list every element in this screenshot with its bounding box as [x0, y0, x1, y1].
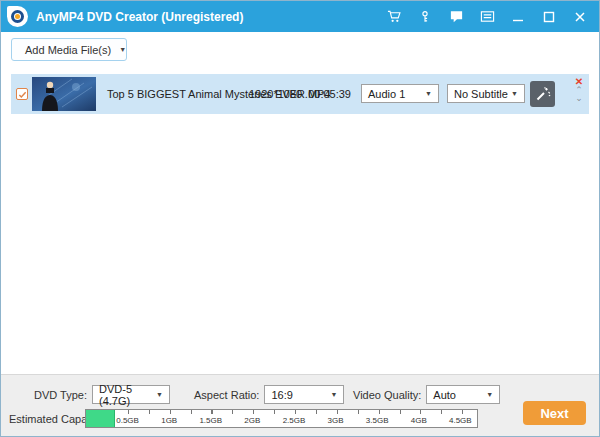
- titlebar: AnyMP4 DVD Creator (Unregistered): [1, 1, 599, 32]
- app-window: AnyMP4 DVD Creator (Unregistered): [0, 0, 600, 437]
- aspect-ratio-value: 16:9: [271, 389, 292, 401]
- capacity-bar: 0.5GB 1GB 1.5GB 2GB 2.5GB 3GB 3.5GB 4GB …: [85, 409, 478, 428]
- media-list: Top 5 BIGGEST Animal Mysteries EVER.MP4 …: [1, 67, 599, 374]
- audio-track-select[interactable]: Audio 1 ▼: [361, 84, 439, 103]
- media-row-controls: ✕ ⌃ ⌄: [571, 77, 587, 103]
- magic-wand-icon: [535, 86, 551, 102]
- next-button[interactable]: Next: [523, 401, 586, 425]
- close-icon[interactable]: [571, 8, 589, 26]
- edit-video-button[interactable]: [530, 81, 555, 107]
- dvd-type-label: DVD Type:: [34, 389, 87, 401]
- maximize-icon[interactable]: [540, 8, 558, 26]
- minimize-icon[interactable]: [509, 8, 527, 26]
- capacity-tick-label: 3.5GB: [366, 416, 389, 425]
- capacity-tick-label: 4.5GB: [449, 416, 472, 425]
- toolbar: Add Media File(s) ▼: [1, 32, 599, 67]
- bottom-panel: DVD Type: DVD-5 (4.7G) ▼ Aspect Ratio: 1…: [1, 374, 599, 436]
- aspect-ratio-caret-icon: ▼: [330, 391, 337, 398]
- menu-icon[interactable]: [478, 8, 496, 26]
- dvd-type-value: DVD-5 (4.7G): [99, 383, 156, 407]
- subtitle-value: No Subtitle: [454, 88, 508, 100]
- audio-track-value: Audio 1: [368, 88, 405, 100]
- media-resolution-duration: 1920*1080 00:05:39: [249, 74, 351, 114]
- audio-caret-icon: ▼: [425, 90, 432, 97]
- dvd-type-select[interactable]: DVD-5 (4.7G) ▼: [92, 385, 170, 404]
- video-quality-caret-icon: ▼: [486, 391, 493, 398]
- media-resolution: 1920*1080: [249, 88, 302, 100]
- feedback-icon[interactable]: [447, 8, 465, 26]
- video-quality-label: Video Quality:: [353, 389, 421, 401]
- cart-icon[interactable]: [385, 8, 403, 26]
- capacity-tick-label: 4GB: [411, 416, 427, 425]
- window-title: AnyMP4 DVD Creator (Unregistered): [36, 10, 243, 24]
- app-logo-icon: [7, 6, 28, 27]
- capacity-tick-label: 0.5GB: [116, 416, 139, 425]
- media-row[interactable]: Top 5 BIGGEST Animal Mysteries EVER.MP4 …: [11, 74, 589, 114]
- aspect-ratio-label: Aspect Ratio:: [194, 389, 259, 401]
- capacity-fill: [86, 410, 115, 427]
- video-quality-value: Auto: [433, 389, 456, 401]
- media-duration: 00:05:39: [308, 88, 351, 100]
- add-media-button[interactable]: Add Media File(s) ▼: [11, 38, 127, 61]
- video-quality-select[interactable]: Auto ▼: [426, 385, 500, 404]
- capacity-tick-label: 2GB: [244, 416, 260, 425]
- add-media-label: Add Media File(s): [25, 44, 111, 56]
- register-icon[interactable]: [416, 8, 434, 26]
- capacity-tick-label: 1GB: [161, 416, 177, 425]
- video-thumbnail: [32, 77, 96, 111]
- add-media-caret-icon: ▼: [119, 46, 126, 53]
- subtitle-select[interactable]: No Subtitle ▼: [447, 84, 525, 103]
- move-down-icon[interactable]: ⌄: [575, 94, 583, 103]
- aspect-ratio-select[interactable]: 16:9 ▼: [264, 385, 344, 404]
- capacity-tick-label: 2.5GB: [283, 416, 306, 425]
- media-checkbox[interactable]: [16, 88, 28, 100]
- dvd-type-caret-icon: ▼: [156, 391, 163, 398]
- capacity-tick-label: 3GB: [328, 416, 344, 425]
- capacity-tick-label: 1.5GB: [199, 416, 222, 425]
- subtitle-caret-icon: ▼: [511, 90, 518, 97]
